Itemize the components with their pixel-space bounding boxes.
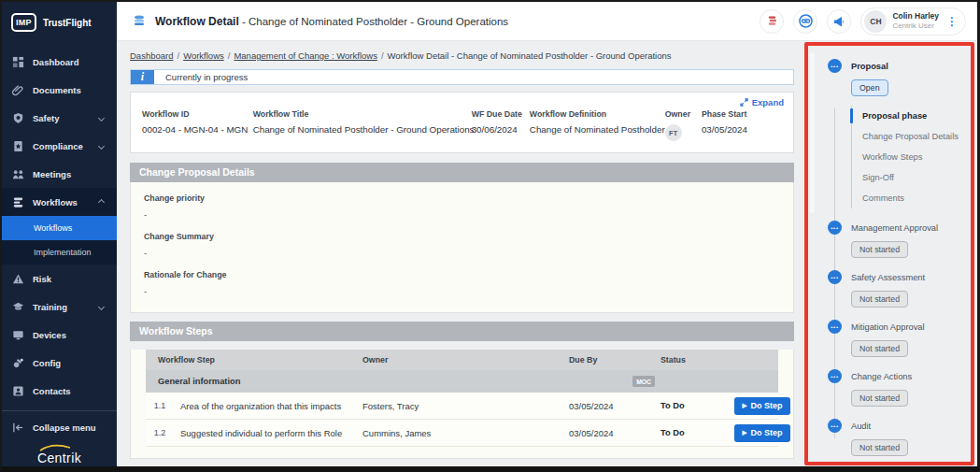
phase-status-badge: Not started — [851, 241, 908, 258]
workflows-icon — [11, 195, 24, 208]
devices-icon — [11, 328, 24, 341]
dashboard-icon — [11, 55, 24, 68]
user-name: Colin Harley — [892, 12, 939, 21]
collapse-menu-button[interactable]: Collapse menu — [2, 413, 117, 441]
sidebar-item-compliance[interactable]: Compliance — [2, 132, 117, 160]
contacts-icon — [11, 384, 24, 397]
sidebar-item-label: Workflows — [33, 197, 78, 207]
sidebar-item-label: Risk — [33, 274, 51, 284]
moc-badge: MOC — [632, 376, 655, 387]
do-step-button[interactable]: ▶Do Step — [734, 424, 790, 442]
table-row[interactable]: 1.2 Suggested individual to perform this… — [146, 420, 778, 447]
sublink-change-proposal-details[interactable]: Change Proposal Details — [862, 126, 970, 147]
workflow-steps-section: Workflow Steps Workflow Step Owner Due B… — [130, 322, 794, 459]
phase-status-badge: Not started — [851, 340, 908, 357]
sublink-workflow-steps[interactable]: Workflow Steps — [862, 147, 970, 167]
sidebar-item-training[interactable]: Training — [2, 293, 117, 321]
paperclip-icon — [11, 83, 24, 96]
brand-name: TrustFlight — [43, 18, 92, 28]
sidebar-item-documents[interactable]: Documents — [2, 76, 117, 104]
sublink-sign-off[interactable]: Sign-Off — [862, 167, 970, 188]
sidebar-item-meetings[interactable]: Meetings — [2, 160, 117, 188]
chevron-down-icon — [98, 142, 105, 149]
phase-title[interactable]: Audit — [851, 422, 871, 431]
sidebar-item-dashboard[interactable]: Dashboard — [2, 48, 117, 76]
link-icon[interactable] — [793, 9, 817, 34]
sidebar-item-label: Documents — [33, 85, 81, 95]
field-phase-start: Phase Start 03/05/2024 — [702, 109, 782, 141]
expand-link[interactable]: Expand — [740, 97, 784, 107]
breadcrumb-link-dashboard[interactable]: Dashboard — [130, 50, 173, 61]
phase-title[interactable]: Change Actions — [851, 372, 912, 381]
sidebar-item-risk[interactable]: Risk — [2, 265, 117, 293]
do-step-button[interactable]: ▶Do Step — [734, 397, 790, 415]
avatar: CH — [864, 10, 887, 33]
chevron-down-icon — [98, 303, 105, 309]
table-row[interactable]: 1.1 Area of the organization that this i… — [146, 393, 778, 420]
megaphone-icon[interactable] — [827, 9, 851, 34]
sidebar-item-label: Config — [33, 358, 61, 368]
phase-management-approval: Management Approval Not started — [828, 221, 970, 258]
sidebar-divider — [2, 410, 117, 411]
main-content: Dashboard/Workflows/Management of Change… — [117, 41, 805, 466]
sidebar-item-config[interactable]: Config — [2, 349, 117, 377]
breadcrumb-current: Workflow Detail - Change of Nominated Po… — [388, 50, 672, 61]
layers-icon — [132, 14, 147, 29]
phase-status-badge: Not started — [851, 291, 908, 308]
table-group-row: General information MOC — [146, 370, 778, 393]
phase-status-badge: Not started — [851, 390, 908, 407]
chevron-up-icon — [98, 198, 105, 205]
user-menu[interactable]: CH Colin Harley Centrik User ⋮ — [860, 7, 966, 36]
sidebar-subitem-implementation[interactable]: Implementation — [2, 240, 117, 265]
play-icon: ▶ — [742, 402, 746, 409]
phase-audit: Audit Not started — [828, 419, 970, 456]
phase-title[interactable]: Mitigation Approval — [851, 322, 925, 332]
sidebar-item-label: Devices — [33, 330, 66, 340]
expand-icon — [740, 98, 748, 107]
phase-title[interactable]: Safety Assessment — [851, 273, 925, 282]
field-workflow-definition: Workflow Definition Change of Nominated … — [530, 109, 665, 141]
field-workflow-title: Workflow Title Change of Nominated Posth… — [253, 109, 472, 141]
kebab-menu-icon[interactable]: ⋮ — [944, 15, 959, 28]
sidebar-item-label: Training — [33, 302, 67, 312]
sidebar-item-devices[interactable]: Devices — [2, 321, 117, 349]
ellipsis-circle-icon — [828, 320, 842, 334]
change-proposal-details-section: Change Proposal Details Change priority … — [130, 163, 794, 313]
sidebar-item-contacts[interactable]: Contacts — [2, 377, 117, 405]
breadcrumb-link-moc[interactable]: Management of Change : Workflows — [234, 50, 376, 61]
meetings-icon — [11, 167, 24, 180]
field-rationale-for-change: Rationale for Change - — [144, 270, 780, 296]
phase-safety-assessment: Safety Assessment Not started — [828, 270, 970, 308]
sidebar-footer: Centrik — [2, 441, 117, 472]
imp-logo-badge: IMP — [11, 13, 36, 32]
page-title: Workflow Detail - Change of Nominated Po… — [155, 15, 508, 28]
compliance-icon — [11, 139, 24, 152]
phase-title[interactable]: Proposal — [851, 62, 888, 71]
collapse-icon — [11, 421, 24, 434]
sidebar-item-workflows[interactable]: Workflows — [2, 188, 117, 216]
workflow-steps-table: Workflow Step Owner Due By Status Genera… — [146, 350, 778, 447]
breadcrumb-link-workflows[interactable]: Workflows — [183, 50, 224, 61]
field-change-summary: Change Summary - — [144, 232, 780, 258]
app-logo[interactable]: IMP TrustFlight — [2, 2, 117, 43]
chevron-down-icon — [98, 114, 105, 121]
collapse-menu-label: Collapse menu — [33, 422, 96, 433]
sublink-proposal-phase[interactable]: Proposal phase — [862, 106, 970, 126]
scrollbar[interactable] — [810, 52, 815, 213]
phase-status-badge: Not started — [851, 439, 908, 456]
phase-proposal: Proposal Open Proposal phase Change Prop… — [828, 59, 970, 208]
sidebar-item-label: Safety — [33, 113, 60, 123]
config-icon — [11, 356, 24, 369]
play-icon: ▶ — [742, 429, 746, 436]
sidebar-item-safety[interactable]: Safety — [2, 104, 117, 132]
risk-icon — [11, 272, 24, 285]
sublink-comments[interactable]: Comments — [862, 188, 970, 208]
phase-title[interactable]: Management Approval — [851, 223, 938, 233]
phase-status-badge[interactable]: Open — [851, 79, 888, 96]
user-role: Centrik User — [892, 21, 939, 30]
records-stack-icon[interactable] — [760, 9, 784, 34]
top-header: Workflow Detail - Change of Nominated Po… — [117, 2, 977, 41]
field-owner: Owner FT — [665, 109, 702, 141]
centrik-logo: Centrik — [37, 451, 81, 465]
sidebar-subitem-workflows[interactable]: Workflows — [2, 216, 117, 240]
